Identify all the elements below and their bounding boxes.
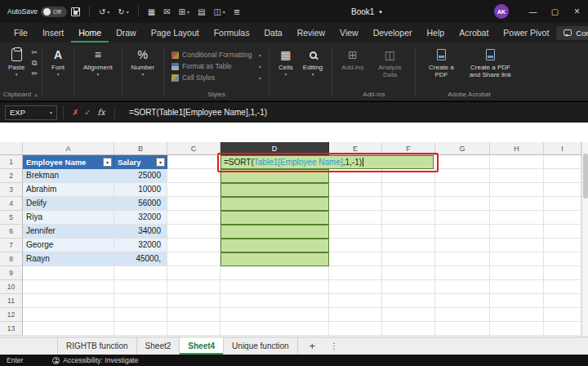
spill-cell-d7[interactable]	[220, 239, 329, 252]
spill-cell-d3[interactable]	[220, 183, 329, 197]
comments-button[interactable]: Comments	[556, 26, 588, 40]
cell-h4[interactable]	[490, 197, 544, 211]
cell-a10[interactable]	[23, 280, 114, 294]
cell-d10[interactable]	[220, 280, 329, 294]
toolbar-icon-6[interactable]: ≣	[234, 7, 240, 16]
cell-b11[interactable]	[114, 294, 167, 308]
cell-e7[interactable]	[329, 239, 382, 252]
column-header-d[interactable]: D	[220, 142, 329, 155]
ribbon-tab-insert[interactable]: Insert	[35, 23, 71, 42]
cell-a12[interactable]	[23, 308, 114, 322]
cell-a11[interactable]	[23, 294, 114, 308]
spill-cell-d8[interactable]	[220, 252, 329, 266]
row-header-10[interactable]: 10	[0, 280, 23, 294]
row-header-2[interactable]: 2	[0, 169, 23, 183]
cell-g1[interactable]	[435, 155, 490, 169]
toolbar-icon-1[interactable]: ▦	[148, 7, 155, 16]
cell-e5[interactable]	[329, 211, 382, 225]
accessibility-status[interactable]: Accessibility: Investigate	[52, 356, 138, 364]
save-icon[interactable]	[71, 7, 80, 16]
formula-cell-d1[interactable]: =SORT(Table1[Employee Name],1,-1)	[220, 155, 434, 169]
toolbar-icon-5[interactable]: ◫▾	[213, 7, 225, 16]
cell-c2[interactable]	[167, 169, 220, 183]
spill-cell-d6[interactable]	[220, 225, 329, 239]
ribbon-tab-draw[interactable]: Draw	[109, 23, 144, 42]
vertical-scrollbar[interactable]	[581, 142, 588, 337]
cell-a9[interactable]	[23, 266, 114, 280]
cell-i12[interactable]	[544, 308, 581, 322]
ribbon-tab-data[interactable]: Data	[256, 23, 289, 42]
row-header-4[interactable]: 4	[0, 197, 23, 211]
cell-b12[interactable]	[114, 308, 167, 322]
redo-icon[interactable]: ↻▾	[118, 7, 128, 16]
user-avatar[interactable]: AK	[494, 4, 509, 19]
addins-button[interactable]: ⊞ Add-ins	[336, 46, 368, 73]
row-header-5[interactable]: 5	[0, 211, 23, 225]
sheet-tab-rightb-function[interactable]: RIGHTB function	[57, 337, 137, 355]
column-header-h[interactable]: H	[490, 142, 544, 155]
row-header-6[interactable]: 6	[0, 225, 23, 239]
cell-h1[interactable]	[490, 155, 544, 169]
cell-g13[interactable]	[435, 322, 490, 336]
cell-a7[interactable]: George	[23, 239, 114, 252]
cell-c11[interactable]	[167, 294, 220, 308]
undo-icon[interactable]: ↺▾	[99, 7, 109, 16]
cell-d13[interactable]	[220, 322, 329, 336]
cell-f9[interactable]	[382, 266, 435, 280]
cell-f6[interactable]	[382, 225, 435, 239]
cell-h8[interactable]	[490, 252, 544, 266]
cell-b13[interactable]	[114, 322, 167, 336]
cell-i1[interactable]	[544, 155, 581, 169]
row-header-7[interactable]: 7	[0, 239, 23, 252]
maximize-button[interactable]: ▢	[544, 0, 566, 23]
cell-f4[interactable]	[382, 197, 435, 211]
column-header-f[interactable]: F	[382, 142, 435, 155]
cell-c4[interactable]	[167, 197, 220, 211]
row-header-8[interactable]: 8	[0, 252, 23, 266]
row-header-11[interactable]: 11	[0, 294, 23, 308]
column-header-e[interactable]: E	[329, 142, 382, 155]
column-header-g[interactable]: G	[435, 142, 490, 155]
table-header-cell-salary[interactable]: Salary▾	[114, 155, 167, 169]
row-header-13[interactable]: 13	[0, 322, 23, 336]
confirm-icon[interactable]: ✓	[82, 108, 94, 117]
ribbon-tab-help[interactable]: Help	[420, 23, 452, 42]
spill-cell-d2[interactable]	[220, 169, 329, 183]
sheet-tab-sheet4[interactable]: Sheet4	[180, 337, 224, 355]
cell-c12[interactable]	[167, 308, 220, 322]
cell-c6[interactable]	[167, 225, 220, 239]
cell-g8[interactable]	[435, 252, 490, 266]
cell-c10[interactable]	[167, 280, 220, 294]
spill-cell-d5[interactable]	[220, 211, 329, 225]
spill-cell-d4[interactable]	[220, 197, 329, 211]
cell-h10[interactable]	[490, 280, 544, 294]
dialog-launcher-icon[interactable]: ⊿	[33, 92, 38, 97]
cells-button[interactable]: ▦ Cells ▾	[274, 46, 298, 78]
cell-d9[interactable]	[220, 266, 329, 280]
cell-f8[interactable]	[382, 252, 435, 266]
ribbon-tab-power-pivot[interactable]: Power Pivot	[496, 23, 556, 42]
cell-b3[interactable]: 10000	[114, 183, 167, 197]
create-pdf-button[interactable]: Create a PDF	[420, 46, 462, 80]
cell-e2[interactable]	[329, 169, 382, 183]
formula-input[interactable]: =SORT(Table1[Employee Name],1,-1)	[129, 108, 267, 117]
cell-b6[interactable]: 34000	[114, 225, 167, 239]
filter-dropdown-icon[interactable]: ▾	[156, 158, 165, 167]
select-all-corner[interactable]	[0, 142, 23, 155]
sheet-tab-sheet2[interactable]: Sheet2	[137, 337, 180, 355]
cell-i3[interactable]	[544, 183, 581, 197]
cell-c9[interactable]	[167, 266, 220, 280]
cell-i10[interactable]	[544, 280, 581, 294]
cell-g12[interactable]	[435, 308, 490, 322]
cancel-icon[interactable]: ✗	[69, 108, 82, 117]
column-header-c[interactable]: C	[167, 142, 220, 155]
cell-e3[interactable]	[329, 183, 382, 197]
format-as-table-button[interactable]: Format as Table ▾	[168, 61, 265, 71]
cell-c5[interactable]	[167, 211, 220, 225]
ribbon-tab-acrobat[interactable]: Acrobat	[452, 23, 496, 42]
cell-h2[interactable]	[490, 169, 544, 183]
cell-g9[interactable]	[435, 266, 490, 280]
cell-h12[interactable]	[490, 308, 544, 322]
cell-h3[interactable]	[490, 183, 544, 197]
cell-f7[interactable]	[382, 239, 435, 252]
